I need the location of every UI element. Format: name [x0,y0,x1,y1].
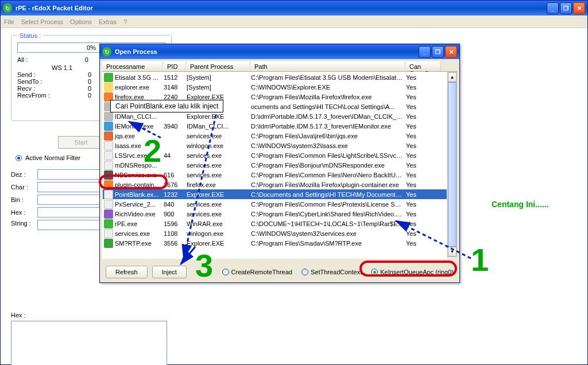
dialog-icon: ↻ [102,47,111,56]
header-path[interactable]: Path [250,61,405,71]
cell-processname: NBService.exe [115,172,164,178]
radio-keinsertqueueapc[interactable]: KeInsertQueueApc (ring0) [371,269,454,275]
scrollbar[interactable]: ▲ ▼ [447,72,457,257]
minimize-button[interactable]: _ [547,2,559,14]
cell-canopen: Yes [406,211,429,218]
dialog-close-button[interactable]: ✕ [445,46,457,58]
header-parent[interactable]: Parent Process [186,61,250,71]
cell-pid: 3556 [164,240,187,247]
process-row[interactable]: PxService_2...840services.exeC:\Program … [103,199,447,209]
process-icon [104,112,113,121]
menu-select-process[interactable]: Select Process [21,18,63,25]
dialog-minimize-button[interactable]: _ [419,46,431,58]
cell-processname: firefox.exe [115,94,164,100]
cell-canopen: Yes [406,181,429,188]
process-icon [104,122,113,131]
cell-path: C:\DOCUME~1\HITECH~1\LOCALS~1\Temp\Rar$E… [251,220,406,227]
menubar: File Select Process Options Extras ? [1,15,587,28]
hex-panel[interactable] [11,321,167,365]
cell-processname: mDNSRespo... [115,162,164,169]
maximize-button[interactable]: ❐ [560,2,572,14]
process-row[interactable]: jqs.exeservices.exeC:\Program Files\Java… [103,131,447,141]
cell-pid: 3940 [164,123,187,130]
dialog-title: Open Process [115,48,419,55]
status-legend: Status : [17,32,43,39]
recvfrom-value: 0 [88,92,91,99]
cell-canopen: Yes [406,123,429,130]
start-button[interactable]: Start [58,136,104,149]
process-row[interactable]: firefox.exe2240Explorer.EXEC:\Program Fi… [103,92,447,102]
process-row[interactable]: SM?RTP.exe3556Explorer.EXEC:\Program Fil… [103,238,447,248]
cell-parent: Explorer.EXE [187,94,251,100]
scroll-up-icon[interactable]: ▲ [448,72,457,82]
scroll-down-icon[interactable]: ▼ [448,247,457,257]
cell-path: D:\Idm\Portable.IDM.5.17.3_forever\IEMon… [251,123,406,130]
dialog-titlebar: ↻ Open Process _ ❐ ✕ [100,44,459,59]
dialog-maximize-button[interactable]: ❐ [432,46,444,58]
process-row[interactable]: LSSrvc.exe44services.exeC:\Program Files… [103,150,447,160]
process-row[interactable]: lsass.exewinlogon.exeC:\WINDOWS\system32… [103,141,447,150]
process-icon [104,92,113,102]
header-processname[interactable]: Processname [102,61,163,71]
process-row[interactable]: plugin-contain...2676firefox.exeC:\Progr… [103,180,447,189]
menu-extras[interactable]: Extras [99,18,117,25]
menu-help[interactable]: ? [123,18,127,25]
cell-processname: IDMan_CLCI... [115,113,164,120]
menu-file[interactable]: File [4,18,14,25]
header-canopen[interactable]: Can Open? [405,61,441,71]
cell-processname: explorer.exe [115,84,164,91]
cell-pid: 840 [164,201,187,208]
cell-pid: 2676 [164,181,187,188]
radio-createremotethread[interactable]: CreateRemoteThread [222,269,292,275]
process-icon [104,161,113,170]
cell-pid: 616 [164,172,187,178]
process-list[interactable]: Etisalat 3.5G ...1512[System]C:\Program … [102,72,457,259]
cell-canopen: Yes [406,201,429,208]
cell-canopen: Yes [406,142,429,149]
header-pid[interactable]: PID [163,61,186,71]
cell-path: C:\Program Files\Etisalat 3.5G USB Modem… [251,74,406,81]
bin-label: Bin : [11,196,34,203]
dialog-bottom-bar: Refresh Inject CreateRemoteThread SetThr… [100,262,459,282]
cell-path: C:\Program Files\Mozilla Firefox\firefox… [251,94,406,100]
process-row[interactable]: PointBlank.ex...1232Explorer.EXEC:\Docum… [103,189,447,199]
cell-path: C:\Program Files\Common Files\Protexis\L… [251,201,406,208]
cell-processname: jqs.exe [115,133,164,139]
process-row[interactable]: mDNSRespo...services.exeC:\Program Files… [103,160,447,170]
radio-setthreadcontext[interactable]: SetThreadContext [301,269,362,275]
process-row[interactable]: IEMonitor.exe3940IDMan_CLCI...D:\Idm\Por… [103,121,447,131]
process-row[interactable]: Etisalat 3.5G ...1512[System]C:\Program … [103,72,447,82]
process-list-header: Processname PID Parent Process Path Can … [102,61,457,72]
process-icon [104,83,113,92]
process-row[interactable]: IDMan_CLCI...Explorer.EXED:\idm\Portable… [103,111,447,121]
cell-pid: 1596 [164,220,187,227]
process-icon [104,151,113,160]
process-row[interactable]: explorer.exe3148[System]C:\WINDOWS\Explo… [103,82,447,92]
scroll-thumb[interactable] [448,82,457,247]
process-row[interactable]: ocuments and Settings\HI TECH\Local Sett… [103,102,447,111]
main-title: rPE - rEdoX Packet Editor [16,5,547,11]
recv-label: Recv : [17,85,35,92]
cell-pid: 1108 [164,230,187,237]
cell-path: C:\WINDOWS\Explorer.EXE [251,84,406,91]
process-row[interactable]: rPE.exe1596WinRAR.exeC:\DOCUME~1\HITECH~… [103,219,447,228]
active-filter-radio[interactable] [16,155,22,161]
process-row[interactable]: NBService.exe616services.exeC:\Program F… [103,170,447,180]
cell-processname: IEMonitor.exe [115,123,164,130]
refresh-button[interactable]: Refresh [106,266,148,278]
process-row[interactable]: services.exe1108winlogon.exeC:\WINDOWS\s… [103,228,447,238]
inject-button[interactable]: Inject [152,266,187,278]
all-label: All : [17,56,28,63]
filter-row[interactable]: Active Normal Filter [16,154,80,161]
cell-canopen: Yes [406,230,429,237]
menu-options[interactable]: Options [70,18,92,25]
cell-path: C:\Program Files\CyberLink\Shared files\… [251,211,406,218]
cell-canopen: Yes [406,103,429,110]
cell-path: C:\Program Files\Common Files\LightScrib… [251,152,406,159]
string-label: String : [11,220,34,227]
close-button[interactable]: ✕ [573,2,585,14]
annotation-centang: Centang Ini...... [492,200,549,209]
process-row[interactable]: RichVideo.exe900services.exeC:\Program F… [103,209,447,219]
cell-pid: 1512 [164,74,187,81]
cell-parent: [System] [187,74,251,81]
